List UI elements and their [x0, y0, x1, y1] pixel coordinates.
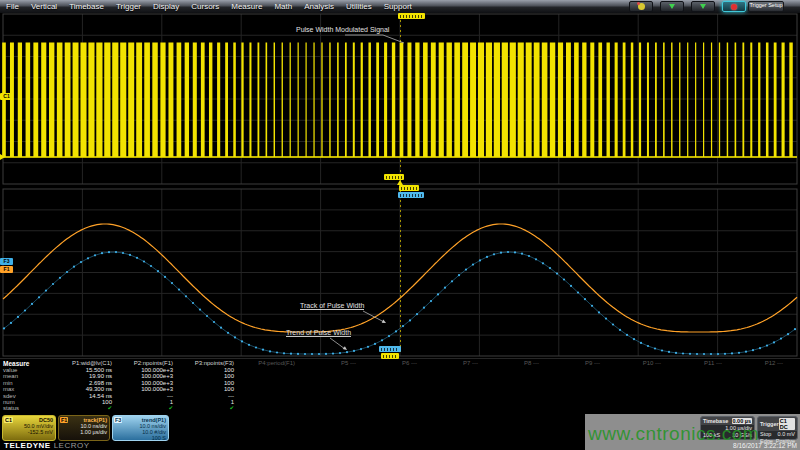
toolbar	[629, 1, 746, 12]
f3-trend-point	[213, 321, 215, 323]
f3-trend-point	[794, 328, 796, 330]
menu-item-vertical[interactable]: Vertical	[25, 0, 63, 13]
menu-item-timebase[interactable]: Timebase	[63, 0, 110, 13]
menu-item-support[interactable]: Support	[378, 0, 418, 13]
f3-trend-point	[283, 352, 285, 354]
trigger-time-badge[interactable]	[398, 13, 425, 19]
f3-trend-point	[388, 335, 390, 337]
f3-trend-point	[339, 352, 341, 354]
cursor-badge-5[interactable]	[381, 353, 399, 359]
f3-trend-point	[493, 253, 495, 255]
measure-row-label: status	[3, 405, 19, 411]
f3-trend-point	[738, 352, 740, 354]
f3-trend-point	[122, 252, 124, 254]
f3-zero-marker[interactable]: F3	[0, 258, 13, 265]
bottom-bar: C1 DC50 50.0 mV/div -152.5 mV F1 track(P…	[0, 412, 800, 450]
f3-trend-point	[703, 353, 705, 355]
f3-trend-point	[290, 353, 292, 355]
f3-trend-point	[710, 353, 712, 355]
f3-trend-point	[542, 262, 544, 264]
f3-trend-point	[619, 329, 621, 331]
f3-trend-point	[430, 300, 432, 302]
menu-item-utilities[interactable]: Utilities	[340, 0, 378, 13]
f3-trend-point	[766, 345, 768, 347]
menu-item-math[interactable]: Math	[268, 0, 298, 13]
f3-trend-point	[353, 350, 355, 352]
f3-trend-point	[38, 296, 40, 298]
menu-item-analysis[interactable]: Analysis	[298, 0, 340, 13]
f3-trend-point	[570, 285, 572, 287]
channel-descriptor-f3[interactable]: F3 trend(P1) 10.0 ns/div 10.0 #/div 100 …	[112, 415, 169, 441]
auto-setup-icon	[638, 3, 645, 10]
c1-zero-marker[interactable]: C1	[0, 93, 13, 100]
measure-row-label: min	[3, 380, 13, 386]
f3-trend-point	[780, 338, 782, 340]
f3-trend-point	[598, 311, 600, 313]
f3-trend-point	[479, 259, 481, 261]
cursor-badge-3[interactable]	[398, 192, 424, 198]
f3-trend-point	[752, 349, 754, 351]
f3-trend-point	[640, 342, 642, 344]
f3-trend-point	[94, 254, 96, 256]
f3-trend-point	[332, 353, 334, 355]
menu-item-cursors[interactable]: Cursors	[185, 0, 225, 13]
f3-trend-point	[192, 302, 194, 304]
f3-trend-point	[584, 298, 586, 300]
c1-baseline	[3, 156, 797, 158]
f3-trend-point	[535, 258, 537, 260]
f3-trend-point	[465, 269, 467, 271]
f3-trend-point	[10, 322, 12, 324]
menu-item-measure[interactable]: Measure	[225, 0, 268, 13]
recall-waveform-button[interactable]	[691, 1, 715, 12]
measure-row-label: sdev	[3, 393, 16, 399]
measure-cell: ✔	[162, 405, 234, 411]
f3-samples: 100 S	[113, 435, 168, 441]
f1-scale-2: 1.00 µs/div	[59, 429, 109, 435]
save-waveform-button[interactable]	[660, 1, 684, 12]
f3-trend-point	[304, 353, 306, 355]
f3-trend-point	[199, 309, 201, 311]
f3-trend-point	[311, 353, 313, 355]
f3-trend-point	[241, 340, 243, 342]
channel-descriptor-f1[interactable]: F1 track(P1) 10.0 ns/div 1.00 µs/div	[58, 415, 110, 441]
f3-trend-point	[528, 255, 530, 257]
annotation-trend: Trend of Pulse Width	[286, 329, 351, 337]
f3-trend-point	[374, 343, 376, 345]
cursor-badge-2[interactable]	[399, 185, 419, 191]
f1-zero-marker[interactable]: F1	[0, 266, 13, 273]
record-stop-button[interactable]	[722, 1, 746, 12]
menu-item-file[interactable]: File	[0, 0, 25, 13]
auto-setup-button[interactable]	[629, 1, 653, 12]
f3-trend-point	[577, 291, 579, 293]
f3-trend-point	[689, 353, 691, 355]
f3-trend-point	[724, 353, 726, 355]
measure-cell: ---	[162, 393, 234, 399]
measure-row-label: num	[3, 399, 15, 405]
measure-header-p12[interactable]: P12 ---	[711, 360, 783, 366]
trigger-box[interactable]: Trigger C1 DC Stop 0.0 mV Edge Positive	[757, 416, 798, 440]
f3-trend-point	[745, 351, 747, 353]
channel-descriptor-c1[interactable]: C1 DC50 50.0 mV/div -152.5 mV	[2, 415, 56, 441]
menu-item-display[interactable]: Display	[147, 0, 185, 13]
f3-trend-point	[45, 290, 47, 292]
cursor-badge-4[interactable]	[379, 346, 401, 352]
f3-trend-point	[234, 336, 236, 338]
f3-trend-point	[346, 351, 348, 353]
trigger-setup-button[interactable]: Trigger Setup	[748, 1, 784, 12]
f3-trend-point	[52, 283, 54, 285]
f3-trend-point	[66, 271, 68, 273]
f3-trend-point	[367, 346, 369, 348]
f3-trend-point	[143, 260, 145, 262]
menu-item-trigger[interactable]: Trigger	[110, 0, 147, 13]
trigger-label: Trigger	[760, 421, 779, 427]
annotation-leader-trend	[330, 338, 345, 349]
f3-trend-point	[759, 347, 761, 349]
f3-trend-point	[227, 332, 229, 334]
f3-trend-point	[563, 278, 565, 280]
f3-trend-point	[654, 347, 656, 349]
f3-trend-point	[696, 353, 698, 355]
f3-trend-point	[262, 349, 264, 351]
f3-trend-point	[325, 353, 327, 355]
f3-trend-point	[416, 313, 418, 315]
f3-trend-point	[409, 319, 411, 321]
